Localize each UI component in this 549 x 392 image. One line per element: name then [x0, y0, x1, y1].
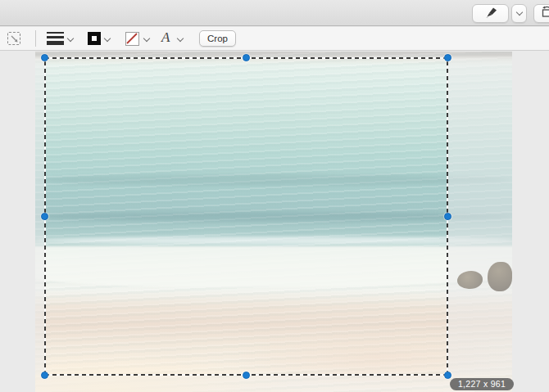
rotate-button[interactable] [533, 4, 549, 23]
shape-style-chevron-icon[interactable] [67, 35, 74, 42]
border-color-chevron-icon[interactable] [104, 35, 111, 42]
no-fill-swatch-icon [126, 33, 138, 46]
title-bar [0, 0, 549, 26]
markup-pen-dropdown-button[interactable] [511, 4, 527, 23]
markup-pen-button[interactable] [472, 4, 509, 23]
crop-handle-bottom-left[interactable] [41, 372, 48, 379]
crop-handle-bottom-middle[interactable] [243, 372, 250, 379]
crop-handle-middle-right[interactable] [444, 213, 451, 220]
shape-style-button[interactable] [47, 32, 64, 45]
chevron-down-icon [515, 9, 522, 16]
line-thickness-icon [47, 32, 64, 34]
toolbar-divider [35, 30, 36, 47]
markup-toolbar: A Crop [0, 27, 549, 51]
crop-handle-bottom-right[interactable] [444, 372, 451, 379]
crop-handle-top-left[interactable] [41, 54, 48, 61]
crop-button[interactable]: Crop [199, 30, 236, 47]
border-color-button[interactable] [88, 32, 101, 45]
marker-pen-icon [483, 6, 499, 22]
fill-color-button[interactable] [125, 32, 139, 46]
crop-handle-top-middle[interactable] [243, 54, 250, 61]
selection-tool-button[interactable] [7, 32, 20, 45]
crop-outside-overlay-bottom [35, 375, 512, 392]
preview-window: A Crop [0, 0, 549, 392]
image-canvas: 1,227 x 961 [0, 52, 549, 392]
fill-color-chevron-icon[interactable] [143, 35, 150, 42]
selection-size-badge: 1,227 x 961 [450, 378, 514, 390]
rotate-icon [540, 6, 549, 21]
text-style-button[interactable]: A [161, 29, 170, 46]
crop-outside-overlay-right [447, 58, 512, 375]
crop-handle-middle-left[interactable] [41, 213, 48, 220]
crop-selection-rect[interactable] [45, 58, 447, 375]
crop-handle-top-right[interactable] [444, 54, 451, 61]
text-style-chevron-icon[interactable] [177, 35, 184, 42]
